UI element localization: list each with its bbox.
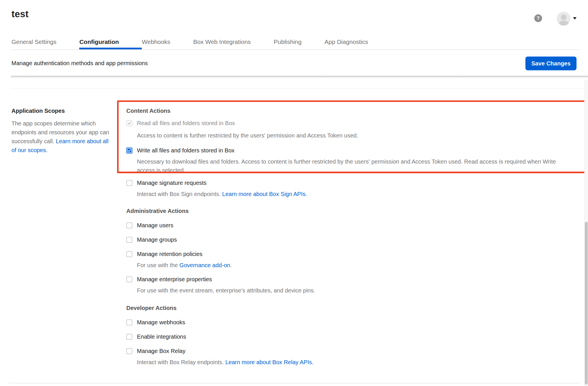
scope-description-text: Interact with Box Sign endpoints. bbox=[137, 191, 220, 197]
tab-box-web-integrations[interactable]: Box Web Integrations bbox=[193, 36, 274, 49]
page-title: test bbox=[11, 9, 29, 20]
scope-description: Necessary to download files and folders.… bbox=[137, 157, 570, 174]
box-relay-apis-link[interactable]: Learn more about Box Relay APIs. bbox=[225, 359, 314, 365]
scope-label: Enable integrations bbox=[137, 333, 186, 340]
scope-label: Manage enterprise properties bbox=[137, 276, 212, 283]
avatar[interactable] bbox=[557, 12, 570, 26]
box-sign-apis-link[interactable]: Learn more about Box Sign APIs. bbox=[222, 191, 307, 197]
application-scopes-description: The app scopes determine which endpoints… bbox=[11, 119, 113, 155]
scope-label: Manage retention policies bbox=[137, 251, 202, 257]
checkbox-manage-webhooks[interactable] bbox=[126, 319, 132, 325]
scope-row-manage-groups[interactable]: Manage groups bbox=[126, 236, 576, 243]
box-developer-console-configuration-page: test ? General Settings Configuration We… bbox=[0, 0, 588, 386]
scope-description: For use with the event stream, enterpris… bbox=[137, 286, 576, 295]
tab-bar: General Settings Configuration Webhooks … bbox=[11, 36, 579, 50]
check-icon bbox=[127, 149, 131, 152]
scope-description-text: For use with the bbox=[137, 262, 178, 268]
tab-publishing[interactable]: Publishing bbox=[274, 36, 324, 49]
scope-row-manage-retention-policies[interactable]: Manage retention policies bbox=[126, 251, 576, 257]
scope-row-read-all-files: Read all files and folders stored in Box bbox=[126, 120, 576, 127]
sticky-header-shadow bbox=[11, 76, 588, 78]
scope-label: Manage signature requests bbox=[137, 179, 206, 186]
tab-app-diagnostics[interactable]: App Diagnostics bbox=[324, 36, 391, 49]
scope-row-manage-users[interactable]: Manage users bbox=[126, 222, 576, 229]
checkbox-manage-groups[interactable] bbox=[126, 237, 132, 243]
section-divider bbox=[11, 88, 588, 88]
scope-label: Manage Box Relay bbox=[137, 348, 185, 354]
application-scopes-sidebar: Application Scopes The app scopes determ… bbox=[11, 107, 113, 155]
checkbox-manage-box-relay[interactable] bbox=[126, 348, 132, 354]
administrative-actions-heading: Administrative Actions bbox=[126, 207, 576, 214]
scope-label: Manage webhooks bbox=[137, 319, 185, 326]
tab-configuration[interactable]: Configuration bbox=[79, 36, 142, 49]
help-icon[interactable]: ? bbox=[534, 14, 542, 22]
scopes-content: Content Actions Read all files and folde… bbox=[126, 107, 576, 366]
scope-label: Manage groups bbox=[137, 236, 177, 243]
scope-description: For use with the Governance add-on. bbox=[137, 261, 576, 269]
governance-addon-link[interactable]: Governance add-on bbox=[179, 262, 230, 268]
developer-actions-heading: Developer Actions bbox=[126, 304, 576, 311]
save-changes-button[interactable]: Save Changes bbox=[525, 57, 577, 70]
scope-description: Interact with Box Relay endpoints. Learn… bbox=[137, 358, 576, 366]
scope-description-suffix: . bbox=[230, 262, 232, 268]
bottom-section-divider bbox=[9, 383, 581, 383]
check-icon bbox=[127, 121, 131, 125]
scope-label: Read all files and folders stored in Box bbox=[137, 120, 235, 127]
scope-row-manage-enterprise-properties[interactable]: Manage enterprise properties bbox=[126, 276, 576, 283]
scope-row-manage-box-relay[interactable]: Manage Box Relay bbox=[126, 348, 576, 354]
checkbox-manage-enterprise-properties[interactable] bbox=[126, 276, 132, 282]
subheader-description: Manage authentication methods and app pe… bbox=[11, 60, 148, 67]
scope-row-manage-signature-requests[interactable]: Manage signature requests bbox=[126, 179, 576, 186]
checkbox-write-all-files[interactable] bbox=[126, 148, 132, 154]
scope-row-enable-integrations[interactable]: Enable integrations bbox=[126, 333, 576, 340]
content-actions-heading: Content Actions bbox=[126, 107, 576, 114]
chevron-down-icon[interactable] bbox=[573, 17, 577, 20]
checkbox-enable-integrations[interactable] bbox=[126, 334, 132, 340]
scope-description-text: Interact with Box Relay endpoints. bbox=[137, 359, 224, 365]
application-scopes-heading: Application Scopes bbox=[11, 107, 113, 114]
checkbox-manage-signature-requests[interactable] bbox=[126, 180, 132, 186]
person-icon bbox=[557, 12, 570, 26]
tab-general-settings[interactable]: General Settings bbox=[11, 36, 79, 49]
scope-description: Interact with Box Sign endpoints. Learn … bbox=[137, 190, 576, 198]
checkbox-manage-retention-policies[interactable] bbox=[126, 251, 132, 257]
scope-label: Write all files and folders stored in Bo… bbox=[137, 147, 235, 154]
tab-webhooks[interactable]: Webhooks bbox=[142, 36, 193, 49]
checkbox-read-all-files bbox=[126, 120, 132, 126]
checkbox-manage-users[interactable] bbox=[126, 222, 132, 228]
scope-row-manage-webhooks[interactable]: Manage webhooks bbox=[126, 319, 576, 326]
scope-description: Access to content is further restricted … bbox=[137, 131, 576, 140]
scope-row-write-all-files[interactable]: Write all files and folders stored in Bo… bbox=[126, 147, 576, 154]
scope-label: Manage users bbox=[137, 222, 173, 229]
vertical-scrollbar-thumb[interactable] bbox=[585, 222, 588, 385]
